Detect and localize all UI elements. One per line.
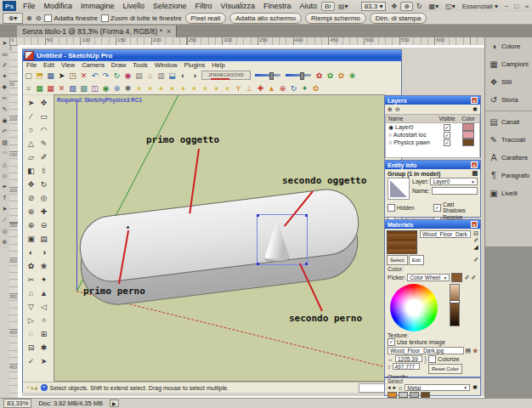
material-thumbnail[interactable] bbox=[387, 230, 417, 254]
toolbar-icon[interactable]: ● bbox=[211, 82, 222, 94]
toolbar-icon[interactable]: ● bbox=[156, 82, 167, 94]
toolbar-icon[interactable]: ❀ bbox=[347, 70, 358, 81]
sketchup-menu-item[interactable]: Window bbox=[151, 61, 181, 69]
workspace-switcher[interactable]: Essenziali ▾ bbox=[459, 2, 501, 11]
dock-item-storia[interactable]: ↺Storia bbox=[485, 91, 532, 109]
tool-icon[interactable]: ↶ bbox=[3, 126, 8, 137]
status-expander-icon[interactable]: ▶ bbox=[110, 400, 119, 407]
tab-select[interactable]: Select bbox=[387, 255, 408, 265]
close-icon[interactable]: × bbox=[471, 221, 478, 228]
tool-icon[interactable]: ∕ bbox=[4, 214, 5, 225]
dock-item-colore[interactable]: ◑Colore bbox=[485, 37, 532, 55]
toolbar-icon[interactable]: ⊥ bbox=[244, 82, 255, 94]
toolbar-icon[interactable]: ✿ bbox=[336, 70, 347, 81]
material-swatch[interactable] bbox=[388, 392, 397, 398]
browse-texture-icon[interactable]: ▤ bbox=[466, 348, 472, 354]
toolbar-icon[interactable]: ◐ bbox=[178, 70, 189, 81]
toolbar-icon[interactable]: ✱ bbox=[122, 82, 133, 94]
dock-item-canali[interactable]: ▤Canali bbox=[485, 113, 532, 131]
sketchup-menu-item[interactable]: Help bbox=[208, 61, 228, 69]
material-name-input[interactable]: Wood_Floor_Dark bbox=[420, 230, 471, 238]
tool-icon[interactable]: ▭ bbox=[2, 48, 8, 60]
value-slider[interactable] bbox=[450, 284, 460, 326]
sketchup-viewport[interactable]: Required: SketchyPhysics3 RC1 primo ogge… bbox=[54, 94, 385, 382]
tool-icon[interactable]: ◠ bbox=[2, 148, 7, 159]
material-swatch[interactable] bbox=[399, 392, 408, 398]
palette-tool-icon[interactable]: ◁ bbox=[37, 300, 50, 314]
toolbar-icon[interactable]: ▤ bbox=[133, 70, 144, 81]
palette-tool-icon[interactable]: ▭ bbox=[37, 110, 50, 123]
palette-tool-icon[interactable]: ∕ bbox=[25, 110, 37, 123]
toolbar-icon[interactable]: ◑ bbox=[189, 70, 200, 81]
tool-icon[interactable]: ✂ bbox=[3, 93, 8, 104]
material-swatch[interactable] bbox=[410, 392, 419, 398]
materials-title-bar[interactable]: Materials × bbox=[385, 220, 480, 229]
name-input[interactable] bbox=[432, 187, 478, 195]
shadow-date-slider[interactable] bbox=[255, 74, 280, 76]
palette-tool-icon[interactable]: ◠ bbox=[37, 123, 50, 137]
palette-tool-icon[interactable]: ◧ bbox=[25, 164, 37, 178]
zoom-level-field[interactable]: 83,3 ▾ bbox=[361, 2, 387, 11]
layer-color-chip[interactable] bbox=[462, 123, 474, 131]
palette-tool-icon[interactable]: ▱ bbox=[25, 150, 37, 164]
toolbar-icon[interactable]: ↻ bbox=[288, 82, 299, 94]
palette-tool-icon[interactable]: ✿ bbox=[25, 259, 37, 273]
toolbar-icon[interactable]: ● bbox=[144, 82, 156, 94]
dock-item-campioni[interactable]: ▦Campioni bbox=[485, 55, 532, 73]
tool-icon[interactable]: ✦ bbox=[3, 71, 8, 82]
palette-tool-icon[interactable]: ⌂ bbox=[25, 286, 37, 300]
current-tool-icon[interactable]: ⊕▾ bbox=[3, 13, 23, 24]
rotate-view-icon[interactable]: ↻ bbox=[413, 2, 426, 11]
palette-tool-icon[interactable]: ⊕ bbox=[25, 218, 37, 232]
sketchup-menu-item[interactable]: Tools bbox=[129, 61, 151, 69]
visible-checkbox[interactable]: ✓ bbox=[444, 124, 450, 131]
texture-file-input[interactable]: Wood_Floor_Dark.jpg bbox=[388, 347, 464, 354]
palette-tool-icon[interactable]: ✥ bbox=[25, 178, 37, 191]
palette-tool-icon[interactable]: ✂ bbox=[25, 273, 37, 286]
match-object-eyedropper-icon[interactable]: ✐ bbox=[464, 275, 469, 281]
palette-tool-icon[interactable]: ▷ bbox=[25, 314, 37, 327]
colorize-checkbox[interactable]: Colorize bbox=[428, 355, 478, 363]
toolbar-icon[interactable]: ⌂ bbox=[144, 70, 156, 81]
shadow-time-slider[interactable] bbox=[286, 74, 311, 76]
tool-icon[interactable]: ➤ bbox=[3, 37, 8, 48]
close-icon[interactable]: × bbox=[471, 97, 478, 104]
toolbar-icon[interactable]: ▦ bbox=[45, 82, 56, 94]
palette-tool-icon[interactable]: ⊖ bbox=[37, 218, 50, 232]
tool-icon[interactable]: ◎ bbox=[2, 225, 7, 236]
tool-icon[interactable]: ➤ bbox=[3, 203, 8, 214]
aspect-lock-icon[interactable]: } bbox=[424, 355, 427, 364]
picker-dropdown[interactable]: Color Wheel▼ bbox=[407, 274, 450, 281]
menu-item[interactable]: Aiuto bbox=[295, 2, 321, 10]
resize-windows-checkbox[interactable]: Adatta finestre bbox=[44, 14, 98, 22]
menu-item[interactable]: Selezione bbox=[149, 2, 191, 10]
palette-tool-icon[interactable]: ✱ bbox=[37, 341, 50, 354]
layers-menu-icon[interactable]: ✱ bbox=[473, 106, 478, 113]
zoom-out-icon[interactable]: ⊖ bbox=[36, 14, 42, 22]
column-color[interactable]: Color bbox=[459, 116, 478, 122]
layer-color-chip[interactable] bbox=[462, 131, 474, 139]
menu-item[interactable]: Immagine bbox=[76, 2, 119, 10]
sketchup-menu-item[interactable]: View bbox=[58, 61, 78, 69]
toolbar-icon[interactable]: ◉ bbox=[100, 82, 111, 94]
palette-tool-icon[interactable]: ✓ bbox=[25, 354, 37, 368]
palette-tool-icon[interactable]: ❀ bbox=[37, 259, 50, 273]
close-icon[interactable]: × bbox=[471, 162, 478, 168]
toolbar-icon[interactable]: ● bbox=[133, 82, 144, 94]
palette-tool-icon[interactable]: ○ bbox=[25, 123, 37, 137]
palette-tool-icon[interactable]: ▽ bbox=[25, 300, 37, 314]
palette-tool-icon[interactable]: ⊞ bbox=[37, 327, 50, 341]
toolbar-icon[interactable]: ✿ bbox=[325, 70, 336, 81]
palette-tool-icon[interactable]: ⇧ bbox=[37, 164, 50, 178]
toolbar-icon[interactable]: ▢ bbox=[23, 70, 34, 81]
tool-icon[interactable]: ✒ bbox=[3, 181, 8, 192]
tool-icon[interactable]: ⊕ bbox=[3, 236, 8, 247]
toolbar-icon[interactable]: ➤ bbox=[56, 70, 67, 81]
status-zoom-field[interactable]: 83,33% bbox=[3, 399, 31, 408]
tool-icon[interactable]: T bbox=[3, 192, 6, 203]
restore-button[interactable]: □ bbox=[512, 3, 522, 10]
toolbar-icon[interactable]: ◉ bbox=[122, 70, 133, 81]
bridge-icon[interactable]: Br bbox=[321, 2, 335, 11]
palette-tool-icon[interactable]: ◐ bbox=[25, 246, 37, 259]
reset-color-button[interactable]: Reset Color bbox=[428, 364, 462, 374]
